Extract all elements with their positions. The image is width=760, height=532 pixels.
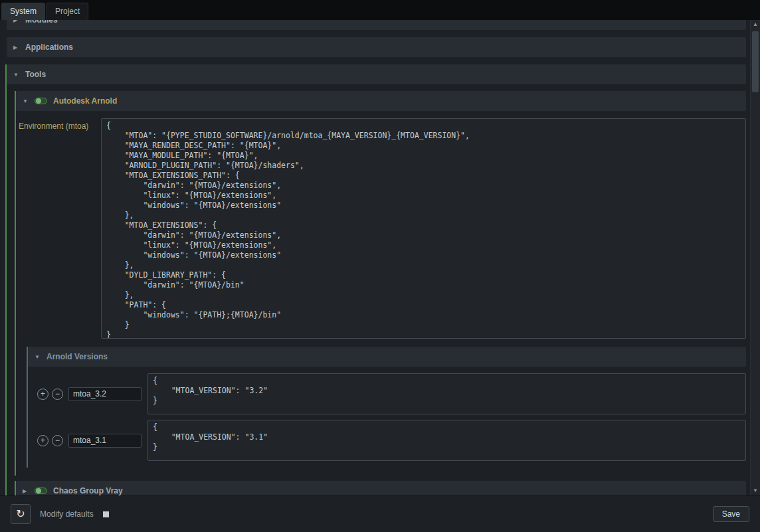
chevron-right-icon: ▶ <box>13 20 19 23</box>
scrollbar-track[interactable] <box>751 29 760 486</box>
section-header-applications[interactable]: ▶ Applications <box>7 37 746 57</box>
save-button[interactable]: Save <box>713 506 749 522</box>
modify-defaults-checkbox[interactable] <box>103 511 109 517</box>
scrollbar-up-arrow-icon[interactable]: ▲ <box>751 20 760 29</box>
vertical-scrollbar: ▲ ▼ <box>750 20 760 495</box>
arnold-enabled-toggle-icon[interactable] <box>35 98 47 104</box>
section-header-chaos-group-vray[interactable]: ▶ Chaos Group Vray <box>16 481 746 495</box>
chevron-down-icon: ▼ <box>23 98 29 104</box>
version-row: + − { "MTOA_VERSION": "3.2" } <box>37 373 746 414</box>
tab-system[interactable]: System <box>1 3 45 20</box>
section-header-tools[interactable]: ▼ Tools <box>7 64 746 84</box>
environment-json-editor[interactable]: { "MTOA": "{PYPE_STUDIO_SOFTWARE}/arnold… <box>101 118 746 339</box>
chevron-down-icon: ▼ <box>35 354 41 360</box>
section-applications: ▶ Applications <box>5 37 746 57</box>
section-header-autodesk-arnold[interactable]: ▼ Autodesk Arnold <box>16 91 746 111</box>
tab-project[interactable]: Project <box>47 3 88 20</box>
arnold-versions-body: + − { "MTOA_VERSION": "3.2" } + − <box>28 367 746 468</box>
version-json-editor[interactable]: { "MTOA_VERSION": "3.1" } <box>147 420 746 461</box>
group-autodesk-arnold: ▼ Autodesk Arnold Environment (mtoa) { "… <box>15 91 746 476</box>
chevron-right-icon: ▶ <box>23 488 29 494</box>
vray-enabled-toggle-icon[interactable] <box>35 488 47 494</box>
scrollbar-thumb[interactable] <box>752 31 759 92</box>
section-label-applications: Applications <box>25 43 73 52</box>
section-label-tools: Tools <box>25 70 46 79</box>
section-label-modules: Modules <box>25 20 58 25</box>
environment-row: Environment (mtoa) { "MTOA": "{PYPE_STUD… <box>17 118 746 339</box>
group-arnold-versions: ▼ Arnold Versions + − { <box>27 347 746 468</box>
refresh-button[interactable]: ↻ <box>11 504 31 524</box>
section-label-autodesk-arnold: Autodesk Arnold <box>53 96 117 106</box>
version-key-input[interactable] <box>68 434 142 448</box>
version-row: + − { "MTOA_VERSION": "3.1" } <box>37 420 746 461</box>
version-key-input[interactable] <box>68 387 142 401</box>
section-label-chaos-group-vray: Chaos Group Vray <box>53 486 123 495</box>
group-chaos-group-vray: ▶ Chaos Group Vray <box>15 481 746 495</box>
section-modules: ▶ Modules <box>5 20 746 30</box>
arnold-body: Environment (mtoa) { "MTOA": "{PYPE_STUD… <box>16 111 746 476</box>
chevron-down-icon: ▼ <box>13 72 19 78</box>
settings-window: System Project ▶ Modules ▶ Applications <box>0 0 760 532</box>
tools-body: ▼ Autodesk Arnold Environment (mtoa) { "… <box>7 84 746 495</box>
scrollbar-down-arrow-icon[interactable]: ▼ <box>751 486 760 495</box>
remove-version-button[interactable]: − <box>52 389 63 400</box>
refresh-icon: ↻ <box>16 509 25 519</box>
settings-scroll-area: ▶ Modules ▶ Applications ▼ Tools <box>0 20 760 495</box>
section-tools: ▼ Tools ▼ Autodesk Arnold <box>5 64 746 495</box>
settings-content: ▶ Modules ▶ Applications ▼ Tools <box>0 20 750 495</box>
version-json-editor[interactable]: { "MTOA_VERSION": "3.2" } <box>147 373 746 414</box>
modify-defaults-label: Modify defaults <box>40 509 94 519</box>
section-label-arnold-versions: Arnold Versions <box>47 352 108 361</box>
remove-version-button[interactable]: − <box>52 435 63 446</box>
add-version-button[interactable]: + <box>37 389 48 400</box>
add-version-button[interactable]: + <box>37 435 48 446</box>
section-header-modules[interactable]: ▶ Modules <box>7 20 746 30</box>
footer-bar: ↻ Modify defaults Save <box>0 495 760 532</box>
chevron-right-icon: ▶ <box>13 44 19 50</box>
tab-bar: System Project <box>0 0 760 20</box>
environment-label: Environment (mtoa) <box>17 118 101 131</box>
section-header-arnold-versions[interactable]: ▼ Arnold Versions <box>28 347 746 367</box>
